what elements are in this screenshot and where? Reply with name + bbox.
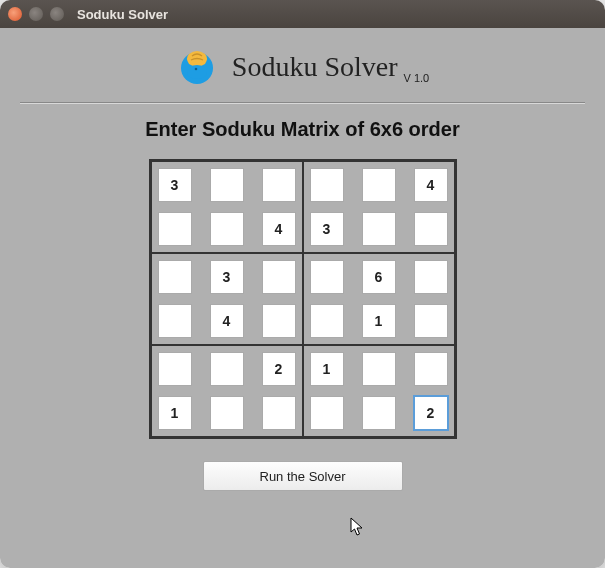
window-title: Soduku Solver: [77, 7, 168, 22]
header: Soduku Solver V 1.0: [20, 38, 585, 102]
sudoku-cell[interactable]: 2: [414, 396, 448, 430]
svg-point-2: [195, 68, 198, 71]
sudoku-cell[interactable]: [310, 304, 344, 338]
sudoku-cell[interactable]: [210, 168, 244, 202]
sudoku-cell[interactable]: 6: [362, 260, 396, 294]
sudoku-cell[interactable]: [262, 168, 296, 202]
sudoku-cell[interactable]: [210, 396, 244, 430]
sudoku-cell[interactable]: [210, 352, 244, 386]
instruction-label: Enter Soduku Matrix of 6x6 order: [145, 118, 460, 141]
sudoku-box: 21: [151, 345, 303, 437]
sudoku-cell[interactable]: [362, 352, 396, 386]
sudoku-cell[interactable]: 4: [262, 212, 296, 246]
sudoku-cell[interactable]: [362, 168, 396, 202]
sudoku-cell[interactable]: 2: [262, 352, 296, 386]
maximize-icon[interactable]: [50, 7, 64, 21]
sudoku-box: 12: [303, 345, 455, 437]
sudoku-cell[interactable]: [262, 260, 296, 294]
sudoku-cell[interactable]: 3: [210, 260, 244, 294]
sudoku-box: 34: [151, 161, 303, 253]
sudoku-cell[interactable]: [310, 260, 344, 294]
sudoku-grid: 344334612112: [149, 159, 457, 439]
content-area: Soduku Solver V 1.0 Enter Soduku Matrix …: [0, 28, 605, 568]
sudoku-cell[interactable]: [362, 396, 396, 430]
sudoku-cell[interactable]: [210, 212, 244, 246]
sudoku-cell[interactable]: 3: [158, 168, 192, 202]
close-icon[interactable]: [8, 7, 22, 21]
minimize-icon[interactable]: [29, 7, 43, 21]
sudoku-cell[interactable]: 1: [362, 304, 396, 338]
sudoku-cell[interactable]: [158, 304, 192, 338]
sudoku-cell[interactable]: [158, 212, 192, 246]
sudoku-box: 43: [303, 161, 455, 253]
sudoku-cell[interactable]: 4: [210, 304, 244, 338]
brain-icon: [176, 44, 218, 90]
app-title: Soduku Solver: [232, 51, 398, 83]
run-solver-label: Run the Solver: [260, 469, 346, 484]
sudoku-cell[interactable]: 3: [310, 212, 344, 246]
sudoku-cell[interactable]: 4: [414, 168, 448, 202]
sudoku-cell[interactable]: [414, 304, 448, 338]
sudoku-cell[interactable]: [262, 304, 296, 338]
sudoku-cell[interactable]: 1: [158, 396, 192, 430]
sudoku-cell[interactable]: [310, 396, 344, 430]
version-label: V 1.0: [404, 72, 430, 84]
sudoku-cell[interactable]: [158, 260, 192, 294]
sudoku-cell[interactable]: [414, 212, 448, 246]
sudoku-box: 34: [151, 253, 303, 345]
run-solver-button[interactable]: Run the Solver: [203, 461, 403, 491]
app-window: Soduku Solver Soduku Solver V 1.0 Enter …: [0, 0, 605, 568]
sudoku-cell[interactable]: 1: [310, 352, 344, 386]
sudoku-cell[interactable]: [362, 212, 396, 246]
sudoku-cell[interactable]: [414, 352, 448, 386]
divider: [20, 102, 585, 104]
titlebar: Soduku Solver: [0, 0, 605, 28]
svg-point-1: [187, 65, 207, 79]
sudoku-cell[interactable]: [414, 260, 448, 294]
sudoku-cell[interactable]: [158, 352, 192, 386]
sudoku-cell[interactable]: [262, 396, 296, 430]
sudoku-box: 61: [303, 253, 455, 345]
sudoku-cell[interactable]: [310, 168, 344, 202]
